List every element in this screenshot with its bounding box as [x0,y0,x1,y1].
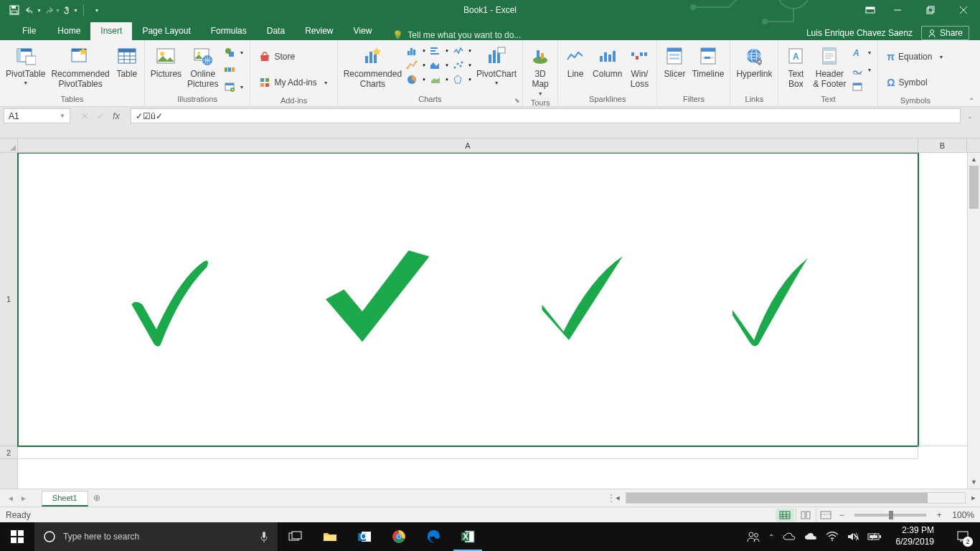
user-name[interactable]: Luis Enrique Chavez Saenz [806,28,913,38]
shapes-button[interactable]: ▼ [221,44,247,60]
cancel-formula-button[interactable]: ✕ [77,110,92,123]
tab-home[interactable]: Home [47,22,90,40]
undo-button[interactable]: ▼ [24,1,42,19]
edge-button[interactable] [416,522,451,551]
excel-button[interactable]: X [451,522,485,551]
enter-formula-button[interactable]: ✓ [93,110,108,123]
microphone-icon[interactable] [259,530,269,543]
column-header-a[interactable]: A [18,138,918,152]
outlook-button[interactable]: O [347,522,382,551]
collapse-ribbon-button[interactable]: ⌃ [969,97,974,105]
sparkline-winloss-button[interactable]: Win/ Loss [625,43,654,91]
scroll-down-button[interactable]: ▼ [968,476,980,489]
horizontal-scrollbar[interactable] [626,492,966,504]
wifi-icon[interactable] [826,532,839,542]
3d-map-button[interactable]: 3D Map▼ [526,43,555,98]
save-button[interactable] [6,1,23,19]
tell-me-search[interactable]: 💡 Tell me what you want to do... [392,30,521,40]
tab-page-layout[interactable]: Page Layout [132,22,200,40]
cell-b1[interactable] [918,153,967,446]
area-chart-button[interactable]: ▼ [429,59,449,72]
hyperlink-button[interactable]: Hyperlink [733,43,775,80]
zoom-in-button[interactable]: + [933,510,945,520]
tab-view[interactable]: View [344,22,382,40]
pivotchart-button[interactable]: PivotChart▼ [473,43,519,88]
redo-button[interactable]: ▼ [43,1,60,19]
people-icon[interactable] [747,530,760,543]
formula-input[interactable]: ✓☑ü✓ [131,108,961,123]
slicer-button[interactable]: Slicer [660,43,689,80]
timeline-button[interactable]: Timeline [689,43,727,80]
symbol-button[interactable]: Ω Symbol [884,75,946,90]
taskbar-search[interactable]: Type here to search [34,522,278,551]
notification-button[interactable]: 2 [948,522,977,551]
sheet-tab-sheet1[interactable]: Sheet1 [42,491,88,507]
cell-a1[interactable] [18,153,918,446]
header-footer-button[interactable]: Header & Footer [810,43,849,91]
signature-line-button[interactable]: ▼ [849,62,875,77]
pie-chart-button[interactable]: ▼ [406,73,426,86]
hscroll-right-button[interactable]: ► [967,491,980,504]
zoom-out-button[interactable]: − [836,510,847,520]
tray-chevron-icon[interactable]: ⌃ [768,533,774,541]
tab-formulas[interactable]: Formulas [201,22,257,40]
insert-function-button[interactable]: fx [109,110,123,123]
normal-view-button[interactable] [776,509,794,522]
equation-button[interactable]: π Equation ▼ [884,49,946,65]
charts-dialog-launcher[interactable]: ⬊ [514,97,520,104]
bar-chart-button[interactable]: ▼ [429,44,449,57]
recommended-pivottables-button[interactable]: Recommended PivotTables [48,43,112,91]
onedrive-icon[interactable] [804,532,817,541]
row-header-1[interactable]: 1 [0,153,17,446]
zoom-slider[interactable] [854,514,926,517]
scatter-chart-button[interactable]: ▼ [452,59,472,72]
zoom-level[interactable]: 100% [952,510,974,520]
hscroll-left-button[interactable]: ◄ [611,491,624,504]
recommended-charts-button[interactable]: Recommended Charts [341,43,405,91]
volume-icon[interactable] [847,532,859,542]
smartart-button[interactable] [221,62,247,77]
my-addins-button[interactable]: My Add-ins ▼ [256,75,331,90]
tab-review[interactable]: Review [295,22,343,40]
sparkline-line-button[interactable]: Line [561,43,590,80]
start-button[interactable] [0,522,34,551]
touch-mode-button[interactable]: ▼ [62,1,79,19]
ribbon-display-button[interactable] [859,0,881,20]
cells-area[interactable] [18,153,967,489]
taskbar-clock[interactable]: 2:39 PM 6/29/2019 [890,525,940,547]
tab-data[interactable]: Data [257,22,295,40]
stock-chart-button[interactable]: ▼ [452,44,472,57]
expand-formula-bar-button[interactable]: ⌄ [963,113,976,120]
battery-icon[interactable] [867,532,882,541]
vertical-scrollbar[interactable]: ▲ ▼ [967,153,980,489]
minimize-button[interactable] [881,0,914,20]
file-explorer-button[interactable] [313,522,347,551]
share-button[interactable]: Share [921,26,969,40]
select-all-button[interactable] [0,138,18,152]
page-break-view-button[interactable] [816,509,834,522]
scroll-up-button[interactable]: ▲ [968,153,980,166]
chrome-button[interactable] [382,522,416,551]
name-box[interactable]: A1 ▼ [4,108,70,123]
object-button[interactable] [849,79,875,95]
surface-chart-button[interactable]: ▼ [429,73,449,86]
sheet-nav-buttons[interactable]: ◄► [0,494,34,502]
line-chart-button[interactable]: ▼ [406,59,426,72]
wordart-button[interactable]: A▼ [849,44,875,60]
onedrive-icon[interactable] [783,532,796,541]
store-button[interactable]: Store [256,49,331,65]
column-chart-button[interactable]: ▼ [406,44,426,57]
sparkline-column-button[interactable]: Column [590,43,625,80]
task-view-button[interactable] [278,522,313,551]
qat-customize[interactable]: ▾ [88,1,105,19]
radar-chart-button[interactable]: ▼ [452,73,472,86]
cell-a2[interactable] [18,446,918,459]
hscroll-thumb[interactable] [626,493,928,503]
column-header-b[interactable]: B [918,138,967,152]
tab-file[interactable]: File [11,22,47,40]
row-header-2[interactable]: 2 [0,446,17,459]
maximize-button[interactable] [914,0,947,20]
table-button[interactable]: Table [113,43,141,80]
screenshot-button[interactable]: ▼ [221,79,247,95]
tab-insert[interactable]: Insert [90,22,132,40]
